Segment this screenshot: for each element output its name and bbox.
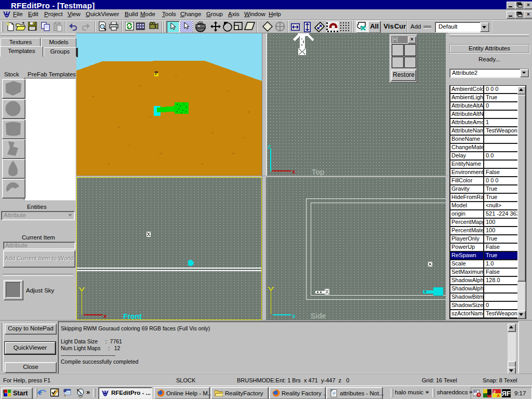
svg-text:x: x bbox=[103, 313, 107, 319]
svg-text:Z: Z bbox=[494, 390, 496, 394]
svg-text:R: R bbox=[502, 390, 507, 397]
svg-text:F: F bbox=[507, 390, 511, 397]
svg-text:Side: Side bbox=[311, 312, 326, 320]
svg-text:38: 38 bbox=[474, 390, 477, 393]
svg-text:z: z bbox=[292, 313, 296, 319]
svg-text:Top: Top bbox=[312, 168, 325, 176]
svg-text:e: e bbox=[38, 389, 42, 396]
svg-text:A: A bbox=[497, 393, 500, 397]
svg-text:x: x bbox=[292, 168, 296, 175]
svg-text:Front: Front bbox=[123, 312, 142, 320]
